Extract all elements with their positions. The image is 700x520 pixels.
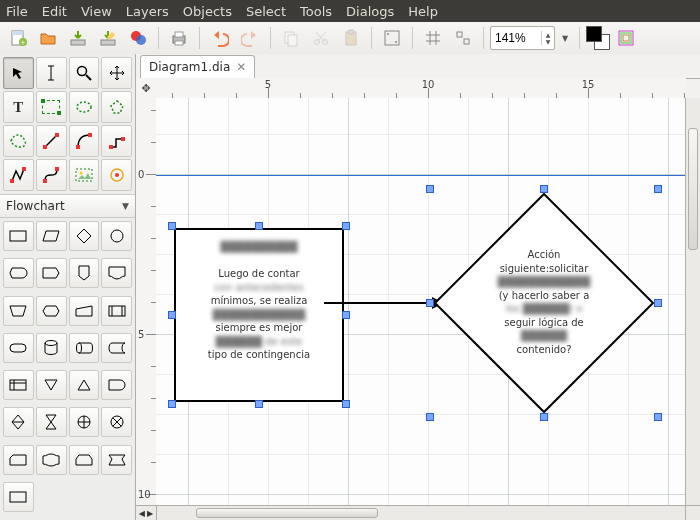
tool-box[interactable]	[36, 91, 67, 123]
shape-card[interactable]	[3, 445, 34, 475]
tool-ellipse[interactable]	[69, 91, 100, 123]
scrollbar-vertical[interactable]	[685, 98, 700, 506]
ruler-origin[interactable]: ✥	[136, 78, 157, 99]
tool-text[interactable]: T	[3, 91, 34, 123]
shape-predefined[interactable]	[101, 296, 132, 326]
shape-document[interactable]	[101, 258, 132, 288]
svg-point-27	[77, 102, 91, 112]
shape-display[interactable]	[3, 258, 34, 288]
zoom-spinner[interactable]: ▲▼	[541, 31, 554, 45]
zoom-input[interactable]: ▲▼	[490, 26, 555, 50]
shape-manual-op[interactable]	[3, 296, 34, 326]
menu-select[interactable]: Select	[246, 4, 286, 19]
copy-button[interactable]	[277, 24, 305, 52]
new-button[interactable]: +	[4, 24, 32, 52]
shape-sort[interactable]	[3, 407, 34, 437]
shape-sum[interactable]	[101, 407, 132, 437]
paste-button[interactable]	[337, 24, 365, 52]
canvas[interactable]: ██████████ Luego de contarcon antecedent…	[156, 98, 686, 506]
snap-object-button[interactable]	[449, 24, 477, 52]
shape-delay[interactable]	[101, 370, 132, 400]
shape-drum[interactable]	[69, 333, 100, 363]
snap-grid-button[interactable]	[378, 24, 406, 52]
tool-polyline[interactable]	[3, 159, 34, 191]
layers-icon	[617, 29, 635, 47]
tab-nav-arrows[interactable]: ◀▶	[136, 505, 157, 520]
scrollbar-thumb[interactable]	[688, 128, 698, 250]
tool-polygon[interactable]	[101, 91, 132, 123]
terminal-icon	[8, 342, 28, 354]
tool-zoom[interactable]	[69, 57, 100, 89]
data-icon	[107, 453, 127, 467]
shape-terminal[interactable]	[3, 333, 34, 363]
open-button[interactable]	[34, 24, 62, 52]
ruler-vertical[interactable]: 0510	[136, 98, 157, 506]
close-icon[interactable]: ✕	[236, 60, 246, 74]
separator	[371, 27, 372, 49]
node-process[interactable]: ██████████ Luego de contarcon antecedent…	[174, 228, 344, 402]
save-button[interactable]	[64, 24, 92, 52]
shape-decision[interactable]	[69, 221, 100, 251]
print-button[interactable]	[165, 24, 193, 52]
tool-image[interactable]	[69, 159, 100, 191]
redo-button[interactable]	[236, 24, 264, 52]
menu-objects[interactable]: Objects	[183, 4, 232, 19]
shape-disk[interactable]	[36, 333, 67, 363]
tool-bezier[interactable]	[36, 159, 67, 191]
tool-pointer[interactable]	[3, 57, 34, 89]
layers-button[interactable]	[612, 24, 640, 52]
undo-button[interactable]	[206, 24, 234, 52]
shape-connector[interactable]	[101, 221, 132, 251]
node-decision[interactable]: Acciónsiguiente:solicitar████████████(y …	[434, 193, 654, 413]
tab-diagram1[interactable]: Diagram1.dia ✕	[140, 55, 255, 78]
svg-rect-34	[121, 137, 125, 141]
shape-manual-input[interactable]	[69, 296, 100, 326]
export-button[interactable]	[124, 24, 152, 52]
shape-transmittal[interactable]	[36, 258, 67, 288]
tool-zigzag[interactable]	[101, 125, 132, 157]
color-swatch[interactable]	[586, 26, 610, 50]
menu-help[interactable]: Help	[408, 4, 438, 19]
shape-sheet-selector[interactable]: Flowchart ▼	[0, 194, 135, 218]
shape-data[interactable]	[101, 445, 132, 475]
connector-arrow[interactable]	[322, 293, 446, 313]
fg-color	[586, 26, 602, 42]
menu-tools[interactable]: Tools	[300, 4, 332, 19]
tool-scroll[interactable]	[101, 57, 132, 89]
scrollbar-horizontal[interactable]	[156, 505, 686, 520]
shape-offpage[interactable]	[69, 258, 100, 288]
tool-arc[interactable]	[69, 125, 100, 157]
zoom-dropdown[interactable]: ▼	[557, 24, 573, 52]
shape-extract[interactable]	[69, 370, 100, 400]
tool-beziergon[interactable]	[3, 125, 34, 157]
tool-line[interactable]	[36, 125, 67, 157]
snap-grid-icon	[384, 30, 400, 46]
save-as-button[interactable]	[94, 24, 122, 52]
shape-io[interactable]	[36, 221, 67, 251]
zoom-value[interactable]	[491, 31, 541, 45]
ruler-horizontal[interactable]: 5101520	[156, 78, 686, 99]
document-icon	[107, 265, 127, 281]
shape-stored-data[interactable]	[101, 333, 132, 363]
tool-outline[interactable]	[101, 159, 132, 191]
chevron-down-icon: ▼	[122, 201, 129, 211]
shape-internal[interactable]	[3, 370, 34, 400]
scrollbar-thumb[interactable]	[196, 508, 378, 518]
shape-tape[interactable]	[36, 445, 67, 475]
menu-file[interactable]: File	[6, 4, 28, 19]
shape-preparation[interactable]	[36, 296, 67, 326]
shape-process[interactable]	[3, 221, 34, 251]
cut-button[interactable]	[307, 24, 335, 52]
menu-view[interactable]: View	[81, 4, 112, 19]
menu-layers[interactable]: Layers	[126, 4, 169, 19]
menu-dialogs[interactable]: Dialogs	[346, 4, 394, 19]
tool-text-edit[interactable]	[36, 57, 67, 89]
menu-edit[interactable]: Edit	[42, 4, 67, 19]
svg-point-19	[395, 41, 397, 43]
show-grid-button[interactable]	[419, 24, 447, 52]
shape-or[interactable]	[69, 407, 100, 437]
shape-extra[interactable]	[3, 482, 34, 512]
shape-loop-limit[interactable]	[69, 445, 100, 475]
shape-merge[interactable]	[36, 370, 67, 400]
shape-collate[interactable]	[36, 407, 67, 437]
